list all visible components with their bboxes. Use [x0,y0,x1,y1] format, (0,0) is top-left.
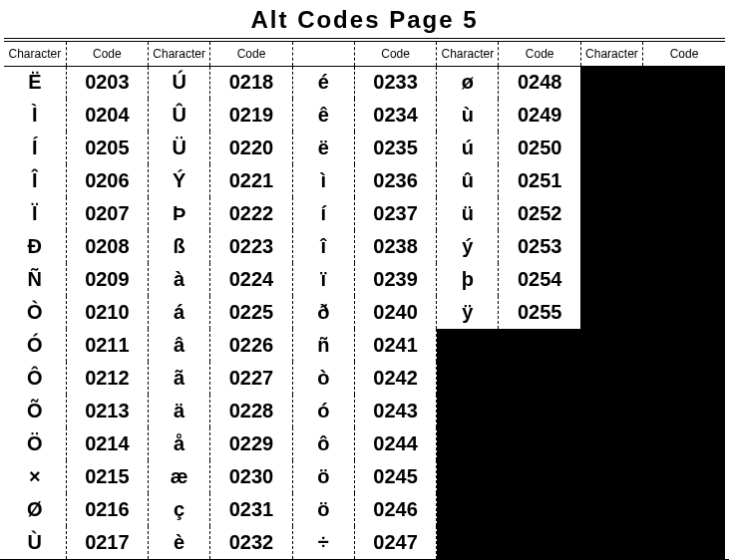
cell-character: Ð [4,230,66,263]
empty-cell [643,362,725,395]
empty-cell [643,329,725,362]
cell-character: ä [149,395,210,427]
cell-code: 0220 [210,132,292,164]
table-row: Ò0210á0225ð0240ÿ0255 [4,296,725,329]
cell-character: Ë [4,66,66,99]
cell-code: 0212 [66,362,148,395]
cell-code: 0247 [354,526,436,559]
empty-cell [437,427,499,460]
col-header-code: Code [66,42,148,66]
cell-code: 0230 [210,460,292,493]
empty-cell [643,197,725,230]
table-row: Ì0204Û0219ê0234ù0249 [4,99,725,132]
empty-cell [580,230,642,263]
empty-cell [499,395,580,427]
table-row: Í0205Ü0220ë0235ú0250 [4,132,725,164]
cell-code: 0255 [499,296,580,329]
cell-character: Þ [149,197,210,230]
cell-code: 0246 [354,493,436,526]
cell-character: × [4,460,66,493]
cell-character: ß [149,230,210,263]
cell-character: Ù [4,526,66,559]
cell-character: ñ [292,329,354,362]
cell-character: ì [292,164,354,197]
cell-character: ò [292,362,354,395]
cell-code: 0206 [66,164,148,197]
empty-cell [437,329,499,362]
cell-code: 0215 [66,460,148,493]
empty-cell [643,460,725,493]
cell-character: ë [292,132,354,164]
empty-cell [437,395,499,427]
table-row: Ñ0209à0224ï0239þ0254 [4,263,725,296]
cell-character: ö [292,493,354,526]
cell-code: 0208 [66,230,148,263]
empty-cell [580,427,642,460]
empty-cell [437,460,499,493]
cell-code: 0239 [354,263,436,296]
cell-code: 0253 [499,230,580,263]
cell-code: 0205 [66,132,148,164]
cell-character: ü [437,197,499,230]
empty-cell [643,493,725,526]
cell-character: ï [292,263,354,296]
cell-character: Ú [149,66,210,99]
table-row: Õ0213ä0228ó0243 [4,395,725,427]
cell-character: Ö [4,427,66,460]
cell-code: 0204 [66,99,148,132]
cell-character: Ñ [4,263,66,296]
cell-character: ã [149,362,210,395]
alt-codes-table: CharacterCodeCharacterCodeCodeCharacterC… [4,42,725,559]
cell-character: á [149,296,210,329]
cell-character: Ø [4,493,66,526]
cell-code: 0210 [66,296,148,329]
empty-cell [643,164,725,197]
col-header-character: Character [4,42,66,66]
empty-cell [643,427,725,460]
cell-character: ú [437,132,499,164]
empty-cell [499,493,580,526]
cell-code: 0237 [354,197,436,230]
cell-code: 0224 [210,263,292,296]
empty-cell [643,66,725,99]
cell-character: Î [4,164,66,197]
cell-code: 0248 [499,66,580,99]
header-row: CharacterCodeCharacterCodeCodeCharacterC… [4,42,725,66]
empty-cell [580,460,642,493]
cell-character: ÿ [437,296,499,329]
empty-cell [643,526,725,559]
cell-character: þ [437,263,499,296]
table-row: Ð0208ß0223î0238ý0253 [4,230,725,263]
cell-code: 0238 [354,230,436,263]
col-header-character: Character [580,42,642,66]
col-header-character [292,42,354,66]
cell-code: 0223 [210,230,292,263]
empty-cell [643,263,725,296]
cell-character: Ò [4,296,66,329]
empty-cell [580,132,642,164]
cell-character: ø [437,66,499,99]
cell-character: é [292,66,354,99]
empty-cell [580,99,642,132]
cell-code: 0251 [499,164,580,197]
cell-character: Ô [4,362,66,395]
cell-character: î [292,230,354,263]
cell-code: 0216 [66,493,148,526]
empty-cell [499,362,580,395]
cell-code: 0209 [66,263,148,296]
empty-cell [437,362,499,395]
empty-cell [580,329,642,362]
cell-code: 0249 [499,99,580,132]
table-body: Ë0203Ú0218é0233ø0248Ì0204Û0219ê0234ù0249… [4,66,725,559]
table-row: Î0206Ý0221ì0236û0251 [4,164,725,197]
table-row: Ï0207Þ0222í0237ü0252 [4,197,725,230]
cell-code: 0221 [210,164,292,197]
table-row: Ó0211â0226ñ0241 [4,329,725,362]
cell-character: Ü [149,132,210,164]
page-container: Alt Codes Page 5 CharacterCodeCharacterC… [0,0,729,559]
cell-character: ù [437,99,499,132]
empty-cell [643,99,725,132]
cell-code: 0235 [354,132,436,164]
cell-code: 0233 [354,66,436,99]
cell-code: 0222 [210,197,292,230]
